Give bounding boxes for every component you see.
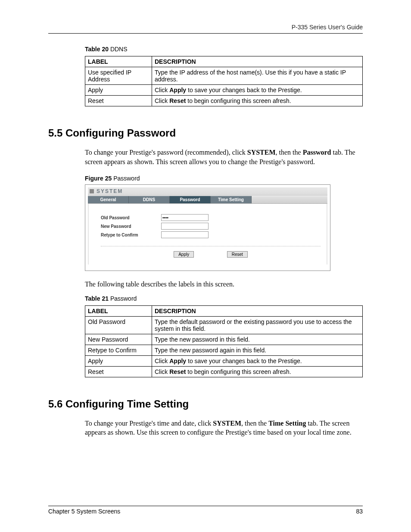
cell-label: Apply [85, 85, 152, 96]
table-row: Reset Click Reset to begin configuring t… [85, 366, 363, 377]
cell-desc: Type the new password again in this fiel… [152, 345, 363, 355]
section-5-5-heading: 5.5 Configuring Password [48, 127, 363, 139]
tab-row: General DDNS Password Time Setting [88, 196, 327, 204]
table-row: Use specified IP Address Type the IP add… [85, 67, 363, 85]
reset-button[interactable]: Reset [227, 251, 248, 258]
table-row: New Password Type the new password in th… [85, 334, 363, 345]
new-password-label: New Password [101, 224, 161, 229]
old-password-input[interactable] [161, 214, 209, 221]
table-row: Old Password Type the default password o… [85, 316, 363, 334]
table21-header-desc: DESCRIPTION [152, 305, 363, 316]
table21-caption: Table 21 Password [85, 295, 363, 302]
system-title-bar: SYSTEM [88, 187, 327, 196]
footer-chapter: Chapter 5 System Screens [48, 508, 120, 515]
cell-label: Retype to Confirm [85, 345, 152, 355]
cell-desc: Type the IP address of the host name(s).… [152, 67, 363, 85]
figure25-caption: Figure 25 Password [85, 175, 363, 182]
cell-label: Reset [85, 96, 152, 106]
figure25-caption-text: Password [112, 175, 140, 182]
header-guide-title: P-335 Series User's Guide [48, 24, 363, 33]
table20-caption: Table 20 DDNS [85, 46, 363, 53]
tab-time-setting[interactable]: Time Setting [211, 196, 252, 203]
form-row-new-password: New Password [101, 223, 321, 230]
table20-caption-prefix: Table 20 [85, 46, 109, 53]
new-password-input[interactable] [161, 223, 209, 230]
tab-password[interactable]: Password [170, 196, 211, 203]
tab-general[interactable]: General [88, 196, 129, 203]
cell-desc: Type the new password in this field. [152, 334, 363, 345]
table-row: Retype to Confirm Type the new password … [85, 345, 363, 355]
button-row: Apply Reset [101, 250, 321, 260]
cell-label: New Password [85, 334, 152, 345]
cell-label: Old Password [85, 316, 152, 334]
cell-desc: Click Apply to save your changes back to… [152, 355, 363, 366]
footer-rule [48, 506, 363, 506]
apply-button[interactable]: Apply [174, 251, 194, 258]
header-rule [48, 33, 363, 34]
figure25-screenshot: SYSTEM General DDNS Password Time Settin… [85, 184, 330, 271]
retype-input[interactable] [161, 231, 209, 238]
table-row: Apply Click Apply to save your changes b… [85, 85, 363, 96]
section-5-5-paragraph: To change your Prestige's password (reco… [85, 148, 363, 166]
table20-header-desc: DESCRIPTION [152, 56, 363, 67]
form-row-retype: Retype to Confirm [101, 231, 321, 238]
system-title: SYSTEM [97, 188, 123, 194]
section-5-6-paragraph: To change your Prestige's time and date,… [85, 419, 363, 437]
tab-spacer [252, 196, 327, 203]
system-bullet-icon [90, 189, 94, 193]
dotted-separator [101, 246, 321, 246]
footer-page-number: 83 [356, 508, 363, 515]
cell-label: Reset [85, 366, 152, 377]
para-after-figure: The following table describes the labels… [85, 280, 363, 289]
table20: LABEL DESCRIPTION Use specified IP Addre… [85, 56, 363, 106]
table21-caption-prefix: Table 21 [85, 295, 109, 302]
table-row: Apply Click Apply to save your changes b… [85, 355, 363, 366]
section-5-6-heading: 5.6 Configuring Time Setting [48, 398, 363, 410]
cell-desc: Click Reset to begin configuring this sc… [152, 96, 363, 106]
cell-label: Use specified IP Address [85, 67, 152, 85]
cell-desc: Type the default password or the existin… [152, 316, 363, 334]
cell-desc: Click Apply to save your changes back to… [152, 85, 363, 96]
cell-label: Apply [85, 355, 152, 366]
table21-header-label: LABEL [85, 305, 152, 316]
table21-caption-text: Password [109, 295, 137, 302]
retype-label: Retype to Confirm [101, 233, 161, 237]
table-row: Reset Click Reset to begin configuring t… [85, 96, 363, 106]
table20-header-label: LABEL [85, 56, 152, 67]
form-row-old-password: Old Password [101, 214, 321, 221]
password-form: Old Password New Password Retype to Conf… [88, 204, 327, 264]
tab-ddns[interactable]: DDNS [129, 196, 170, 203]
cell-desc: Click Reset to begin configuring this sc… [152, 366, 363, 377]
figure25-caption-prefix: Figure 25 [85, 175, 112, 182]
old-password-label: Old Password [101, 215, 161, 220]
table21: LABEL DESCRIPTION Old Password Type the … [85, 305, 363, 377]
table20-caption-text: DDNS [109, 46, 128, 53]
